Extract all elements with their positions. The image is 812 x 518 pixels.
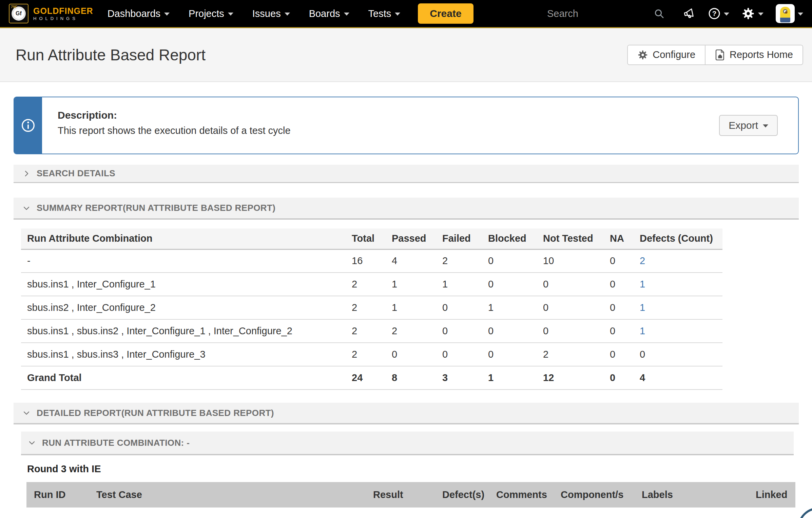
search-input[interactable] xyxy=(547,8,649,19)
col-components: Component/s xyxy=(561,489,642,500)
cell-blocked: 0 xyxy=(488,343,543,366)
section-detailed-report[interactable]: DETAILED REPORT(RUN ATTRIBUTE BASED REPO… xyxy=(14,403,799,424)
menu-tests[interactable]: Tests xyxy=(368,8,401,19)
chevron-down-icon xyxy=(228,13,233,16)
configure-button[interactable]: Configure xyxy=(628,45,705,64)
magnifier-icon[interactable] xyxy=(654,8,664,19)
section-run-attribute-combination[interactable]: RUN ATTRIBUTE COMBINATION: - xyxy=(21,432,794,455)
col-defects-count: Defects (Count) xyxy=(640,228,722,249)
chevron-down-icon xyxy=(395,13,400,16)
cell-grand-label: Grand Total xyxy=(21,366,352,390)
export-button[interactable]: Export xyxy=(719,115,778,136)
description-text: This report shows the execution details … xyxy=(58,125,291,136)
cell-total: 2 xyxy=(352,319,392,343)
menu-issues[interactable]: Issues xyxy=(252,8,290,19)
col-test-case: Test Case xyxy=(96,489,373,500)
col-run-id: Run ID xyxy=(26,489,96,500)
summary-report-label: SUMMARY REPORT(RUN ATTRIBUTE BASED REPOR… xyxy=(37,203,275,213)
cell-na: 0 xyxy=(610,296,640,319)
cell-na: 0 xyxy=(610,343,640,366)
cell-total: 2 xyxy=(352,343,392,366)
cell-na: 0 xyxy=(610,249,640,273)
defects-count-link[interactable]: 1 xyxy=(640,279,645,290)
reports-home-button[interactable]: Reports Home xyxy=(705,45,803,64)
cell-passed: 2 xyxy=(392,319,442,343)
cell-not-tested: 2 xyxy=(543,343,610,366)
gear-icon xyxy=(741,7,755,20)
section-search-details[interactable]: SEARCH DETAILS xyxy=(14,165,799,183)
cell-na: 0 xyxy=(610,273,640,296)
description-panel: Description: This report shows the execu… xyxy=(14,97,799,154)
defects-count-link[interactable]: 2 xyxy=(640,255,645,266)
page-header: Run Attribute Based Report Configure xyxy=(0,28,812,82)
menu-dashboards[interactable]: Dashboards xyxy=(108,8,170,19)
settings-menu[interactable] xyxy=(741,7,763,20)
global-search xyxy=(547,8,664,19)
menu-projects[interactable]: Projects xyxy=(189,8,233,19)
chevron-down-icon xyxy=(22,409,31,417)
configure-label: Configure xyxy=(653,49,695,60)
report-content: Description: This report shows the execu… xyxy=(0,97,812,507)
brand-line2: HOLDINGS xyxy=(33,16,93,21)
col-run-attribute-combination: Run Attribute Combination xyxy=(21,228,352,249)
chevron-down-icon xyxy=(22,204,31,212)
logo-badge: 79F xyxy=(11,5,17,9)
section-summary-report[interactable]: SUMMARY REPORT(RUN ATTRIBUTE BASED REPOR… xyxy=(14,198,799,220)
cell-failed: 0 xyxy=(442,343,488,366)
cell-total: 2 xyxy=(352,273,392,296)
profile-menu[interactable] xyxy=(776,4,803,23)
menu-boards-label: Boards xyxy=(309,8,340,19)
cell-blocked: 0 xyxy=(488,273,543,296)
cycle-name: Round 3 with IE xyxy=(27,463,799,475)
cell-failed: 0 xyxy=(442,319,488,343)
table-row: sbus.ins2 , Inter_Configure_2 2 1 0 1 0 … xyxy=(21,296,722,319)
cell-defects: 1 xyxy=(640,296,722,319)
chevron-right-icon xyxy=(22,170,31,178)
col-not-tested: Not Tested xyxy=(543,228,610,249)
minion-goggle xyxy=(783,9,788,14)
cell-defects: 2 xyxy=(640,249,722,273)
menu-tests-label: Tests xyxy=(368,8,391,19)
chevron-down-icon xyxy=(28,439,36,447)
col-linked: Linked xyxy=(756,489,795,500)
cell-not-tested: 0 xyxy=(543,296,610,319)
col-failed: Failed xyxy=(442,228,488,249)
cell-passed: 1 xyxy=(392,296,442,319)
cell-not-tested: 12 xyxy=(543,366,610,390)
menu-projects-label: Projects xyxy=(189,8,224,19)
header-actions: Configure Reports Home xyxy=(627,45,803,65)
page-title: Run Attribute Based Report xyxy=(16,46,206,64)
cell-not-tested: 0 xyxy=(543,319,610,343)
table-row: sbus.ins1 , Inter_Configure_1 2 1 1 0 0 … xyxy=(21,273,722,296)
app-logo[interactable]: 79F Gf xyxy=(9,4,28,23)
floating-widget-button[interactable] xyxy=(798,507,812,518)
cell-combination: sbus.ins2 , Inter_Configure_2 xyxy=(21,296,352,319)
chevron-down-icon xyxy=(763,124,768,127)
search-details-label: SEARCH DETAILS xyxy=(37,168,115,179)
chevron-down-icon xyxy=(164,13,170,16)
cell-combination: sbus.ins1 , Inter_Configure_1 xyxy=(21,273,352,296)
defects-count-link[interactable]: 1 xyxy=(640,302,645,313)
cell-not-tested: 10 xyxy=(543,249,610,273)
description-info-strip xyxy=(14,97,42,154)
cell-total: 2 xyxy=(352,296,392,319)
report-home-icon xyxy=(715,49,725,61)
logo-monogram: Gf xyxy=(16,11,22,17)
col-total: Total xyxy=(352,228,392,249)
defects-count-link[interactable]: 1 xyxy=(640,325,645,336)
cell-passed: 1 xyxy=(392,273,442,296)
col-passed: Passed xyxy=(392,228,442,249)
create-button[interactable]: Create xyxy=(418,3,473,24)
cell-combination: sbus.ins1 , sbus.ins2 , Inter_Configure_… xyxy=(21,319,352,343)
announcements-button[interactable] xyxy=(683,7,696,20)
page: 79F Gf GOLDFINGER HOLDINGS Dashboards Pr… xyxy=(0,0,812,518)
cell-combination: sbus.ins1 , sbus.ins3 , Inter_Configure_… xyxy=(21,343,352,366)
detailed-report-label: DETAILED REPORT(RUN ATTRIBUTE BASED REPO… xyxy=(37,408,274,418)
cell-blocked: 1 xyxy=(488,366,543,390)
help-menu[interactable]: ? xyxy=(708,7,729,20)
cell-passed: 0 xyxy=(392,343,442,366)
main-menu: Dashboards Projects Issues Boards Tests xyxy=(108,8,401,19)
menu-boards[interactable]: Boards xyxy=(309,8,349,19)
cell-total: 16 xyxy=(352,249,392,273)
svg-text:?: ? xyxy=(712,9,717,17)
